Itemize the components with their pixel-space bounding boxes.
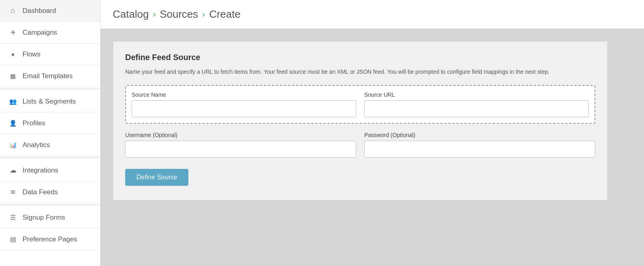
analytics-icon xyxy=(8,141,18,149)
breadcrumb-create: Create xyxy=(209,8,241,21)
flows-icon xyxy=(8,50,18,58)
source-name-label: Source Name xyxy=(132,91,356,98)
lists-segments-icon xyxy=(8,97,18,106)
sidebar-item-signup-forms[interactable]: Signup Forms xyxy=(0,207,100,229)
source-url-group: Source URL xyxy=(364,91,589,117)
username-label: Username (Optional) xyxy=(125,132,356,138)
sidebar-label-campaigns: Campaigns xyxy=(23,29,57,37)
password-label: Password (Optional) xyxy=(364,132,595,138)
profiles-icon xyxy=(8,119,18,127)
email-templates-icon xyxy=(8,72,18,80)
sidebar-item-dashboard[interactable]: Dashboard xyxy=(0,0,100,22)
breadcrumb-catalog[interactable]: Catalog xyxy=(113,8,149,21)
sidebar-label-signup-forms: Signup Forms xyxy=(23,214,65,222)
sidebar-divider-1 xyxy=(0,89,100,89)
sidebar-item-analytics[interactable]: Analytics xyxy=(0,134,100,156)
sidebar-label-lists-segments: Lists & Segments xyxy=(23,98,76,106)
sidebar-item-preference-pages[interactable]: Preference Pages xyxy=(0,229,100,250)
sidebar-label-analytics: Analytics xyxy=(23,141,50,149)
password-input[interactable] xyxy=(364,141,595,158)
source-primary-fields: Source Name Source URL xyxy=(125,85,595,124)
form-description: Name your feed and specify a URL to fetc… xyxy=(125,68,595,76)
preference-pages-icon xyxy=(8,235,18,243)
sidebar-item-flows[interactable]: Flows xyxy=(0,44,100,65)
sidebar-item-campaigns[interactable]: Campaigns xyxy=(0,22,100,44)
sidebar-item-data-feeds[interactable]: Data Feeds xyxy=(0,181,100,203)
sidebar-label-integrations: Integrations xyxy=(23,166,58,175)
sidebar-label-flows: Flows xyxy=(23,50,40,58)
sidebar-label-preference-pages: Preference Pages xyxy=(23,235,77,243)
sidebar: Dashboard Campaigns Flows Email Template… xyxy=(0,0,101,266)
campaigns-icon xyxy=(8,28,18,37)
sidebar-label-profiles: Profiles xyxy=(23,119,45,127)
sidebar-divider-3 xyxy=(0,205,100,205)
source-optional-fields: Username (Optional) Password (Optional) xyxy=(125,132,595,158)
breadcrumb-sources[interactable]: Sources xyxy=(160,8,198,21)
form-card: Define Feed Source Name your feed and sp… xyxy=(113,41,608,201)
signup-forms-icon xyxy=(8,213,18,222)
breadcrumb-sep-1: › xyxy=(153,9,156,20)
sidebar-label-data-feeds: Data Feeds xyxy=(23,188,58,196)
username-group: Username (Optional) xyxy=(125,132,356,158)
sidebar-label-email-templates: Email Templates xyxy=(23,72,72,80)
define-source-button[interactable]: Define Source xyxy=(125,169,188,186)
content-area: Define Feed Source Name your feed and sp… xyxy=(101,29,644,266)
source-name-input[interactable] xyxy=(132,100,356,117)
source-url-label: Source URL xyxy=(364,91,589,98)
form-title: Define Feed Source xyxy=(125,53,595,62)
sidebar-item-lists-segments[interactable]: Lists & Segments xyxy=(0,91,100,112)
source-name-group: Source Name xyxy=(132,91,356,117)
source-url-input[interactable] xyxy=(364,100,589,117)
sidebar-item-email-templates[interactable]: Email Templates xyxy=(0,65,100,87)
data-feeds-icon xyxy=(8,188,18,196)
dashboard-icon xyxy=(8,6,18,15)
sidebar-divider-2 xyxy=(0,158,100,158)
integrations-icon xyxy=(8,166,18,175)
header: Catalog › Sources › Create xyxy=(101,0,644,29)
main-content: Catalog › Sources › Create Define Feed S… xyxy=(101,0,644,266)
breadcrumb: Catalog › Sources › Create xyxy=(113,8,632,21)
password-group: Password (Optional) xyxy=(364,132,595,158)
breadcrumb-sep-2: › xyxy=(202,9,205,20)
sidebar-item-integrations[interactable]: Integrations xyxy=(0,160,100,181)
username-input[interactable] xyxy=(125,141,356,158)
sidebar-item-profiles[interactable]: Profiles xyxy=(0,112,100,134)
sidebar-label-dashboard: Dashboard xyxy=(23,7,56,15)
